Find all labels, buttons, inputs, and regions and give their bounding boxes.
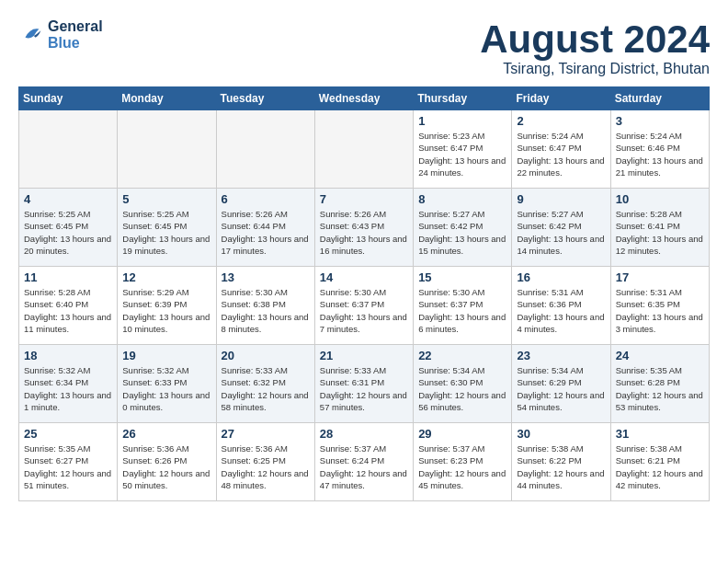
- day-info: Sunrise: 5:28 AMSunset: 6:41 PMDaylight:…: [616, 208, 704, 257]
- calendar-week-5: 25Sunrise: 5:35 AMSunset: 6:27 PMDayligh…: [19, 423, 710, 501]
- logo-text: General Blue: [48, 18, 103, 52]
- day-info: Sunrise: 5:27 AMSunset: 6:42 PMDaylight:…: [418, 208, 506, 257]
- calendar-cell: 11Sunrise: 5:28 AMSunset: 6:40 PMDayligh…: [19, 267, 118, 345]
- day-number: 15: [418, 270, 506, 284]
- calendar-cell: 1Sunrise: 5:23 AMSunset: 6:47 PMDaylight…: [414, 110, 512, 189]
- calendar-cell: 18Sunrise: 5:32 AMSunset: 6:34 PMDayligh…: [19, 345, 118, 423]
- calendar-cell: [19, 110, 118, 189]
- calendar-cell: 4Sunrise: 5:25 AMSunset: 6:45 PMDaylight…: [19, 189, 118, 267]
- day-number: 10: [616, 192, 704, 206]
- day-number: 9: [517, 192, 605, 206]
- day-number: 26: [122, 427, 210, 441]
- day-info: Sunrise: 5:33 AMSunset: 6:31 PMDaylight:…: [320, 364, 408, 413]
- day-info: Sunrise: 5:37 AMSunset: 6:23 PMDaylight:…: [418, 442, 506, 491]
- day-info: Sunrise: 5:31 AMSunset: 6:36 PMDaylight:…: [517, 286, 605, 335]
- day-number: 17: [616, 270, 704, 284]
- day-number: 4: [24, 192, 112, 206]
- day-number: 23: [517, 349, 605, 362]
- day-number: 7: [320, 192, 408, 206]
- calendar-cell: 24Sunrise: 5:35 AMSunset: 6:28 PMDayligh…: [610, 345, 709, 423]
- day-info: Sunrise: 5:25 AMSunset: 6:45 PMDaylight:…: [122, 208, 210, 257]
- calendar-cell: 27Sunrise: 5:36 AMSunset: 6:25 PMDayligh…: [216, 423, 314, 501]
- calendar-cell: 16Sunrise: 5:31 AMSunset: 6:36 PMDayligh…: [512, 267, 610, 345]
- day-info: Sunrise: 5:36 AMSunset: 6:25 PMDaylight:…: [222, 442, 310, 491]
- day-number: 13: [222, 270, 310, 284]
- day-number: 28: [320, 427, 408, 441]
- header-wednesday: Wednesday: [314, 87, 413, 110]
- calendar-week-2: 4Sunrise: 5:25 AMSunset: 6:45 PMDaylight…: [19, 189, 710, 267]
- calendar-cell: 12Sunrise: 5:29 AMSunset: 6:39 PMDayligh…: [118, 267, 216, 345]
- calendar-cell: 15Sunrise: 5:30 AMSunset: 6:37 PMDayligh…: [414, 267, 512, 345]
- calendar-cell: 2Sunrise: 5:24 AMSunset: 6:47 PMDaylight…: [512, 110, 610, 189]
- title-section: August 2024 Tsirang, Tsirang District, B…: [480, 18, 710, 77]
- day-number: 1: [418, 114, 506, 128]
- calendar-subtitle: Tsirang, Tsirang District, Bhutan: [480, 61, 710, 77]
- day-number: 6: [222, 192, 310, 206]
- day-number: 14: [320, 270, 408, 284]
- calendar-cell: 3Sunrise: 5:24 AMSunset: 6:46 PMDaylight…: [610, 110, 709, 189]
- calendar-title: August 2024: [480, 18, 710, 61]
- calendar-cell: 26Sunrise: 5:36 AMSunset: 6:26 PMDayligh…: [118, 423, 216, 501]
- day-info: Sunrise: 5:28 AMSunset: 6:40 PMDaylight:…: [24, 286, 112, 335]
- calendar-cell: 17Sunrise: 5:31 AMSunset: 6:35 PMDayligh…: [610, 267, 709, 345]
- day-info: Sunrise: 5:31 AMSunset: 6:35 PMDaylight:…: [616, 286, 704, 335]
- header: General Blue August 2024 Tsirang, Tsiran…: [18, 18, 710, 77]
- header-saturday: Saturday: [610, 87, 709, 110]
- calendar-cell: 25Sunrise: 5:35 AMSunset: 6:27 PMDayligh…: [19, 423, 118, 501]
- day-info: Sunrise: 5:32 AMSunset: 6:34 PMDaylight:…: [24, 364, 112, 413]
- day-info: Sunrise: 5:32 AMSunset: 6:33 PMDaylight:…: [122, 364, 210, 413]
- calendar-cell: 28Sunrise: 5:37 AMSunset: 6:24 PMDayligh…: [314, 423, 413, 501]
- day-number: 30: [517, 427, 605, 441]
- day-info: Sunrise: 5:24 AMSunset: 6:47 PMDaylight:…: [517, 130, 605, 178]
- calendar-cell: 23Sunrise: 5:34 AMSunset: 6:29 PMDayligh…: [512, 345, 610, 423]
- day-info: Sunrise: 5:33 AMSunset: 6:32 PMDaylight:…: [222, 364, 310, 413]
- calendar-cell: 30Sunrise: 5:38 AMSunset: 6:22 PMDayligh…: [512, 423, 610, 501]
- calendar-cell: 21Sunrise: 5:33 AMSunset: 6:31 PMDayligh…: [314, 345, 413, 423]
- day-number: 29: [418, 427, 506, 441]
- day-info: Sunrise: 5:35 AMSunset: 6:28 PMDaylight:…: [616, 364, 704, 413]
- calendar-cell: [216, 110, 314, 189]
- calendar-header-row: SundayMondayTuesdayWednesdayThursdayFrid…: [19, 87, 710, 110]
- calendar-cell: 9Sunrise: 5:27 AMSunset: 6:42 PMDaylight…: [512, 189, 610, 267]
- day-info: Sunrise: 5:38 AMSunset: 6:21 PMDaylight:…: [616, 442, 704, 491]
- day-info: Sunrise: 5:30 AMSunset: 6:38 PMDaylight:…: [222, 286, 310, 335]
- calendar-cell: 14Sunrise: 5:30 AMSunset: 6:37 PMDayligh…: [314, 267, 413, 345]
- calendar-table: SundayMondayTuesdayWednesdayThursdayFrid…: [18, 86, 710, 501]
- header-sunday: Sunday: [19, 87, 118, 110]
- day-info: Sunrise: 5:37 AMSunset: 6:24 PMDaylight:…: [320, 442, 408, 491]
- calendar-cell: 22Sunrise: 5:34 AMSunset: 6:30 PMDayligh…: [414, 345, 512, 423]
- calendar-cell: 20Sunrise: 5:33 AMSunset: 6:32 PMDayligh…: [216, 345, 314, 423]
- calendar-cell: [314, 110, 413, 189]
- day-info: Sunrise: 5:25 AMSunset: 6:45 PMDaylight:…: [24, 208, 112, 257]
- day-info: Sunrise: 5:36 AMSunset: 6:26 PMDaylight:…: [122, 442, 210, 491]
- day-info: Sunrise: 5:38 AMSunset: 6:22 PMDaylight:…: [517, 442, 605, 491]
- calendar-cell: 7Sunrise: 5:26 AMSunset: 6:43 PMDaylight…: [314, 189, 413, 267]
- calendar-cell: 10Sunrise: 5:28 AMSunset: 6:41 PMDayligh…: [610, 189, 709, 267]
- day-number: 19: [122, 349, 210, 362]
- calendar-cell: [118, 110, 216, 189]
- calendar-week-1: 1Sunrise: 5:23 AMSunset: 6:47 PMDaylight…: [19, 110, 710, 189]
- logo: General Blue: [18, 18, 103, 52]
- day-number: 8: [418, 192, 506, 206]
- day-number: 2: [517, 114, 605, 128]
- day-info: Sunrise: 5:34 AMSunset: 6:30 PMDaylight:…: [418, 364, 506, 413]
- day-number: 11: [24, 270, 112, 284]
- logo-icon: [18, 22, 44, 48]
- day-number: 21: [320, 349, 408, 362]
- calendar-cell: 31Sunrise: 5:38 AMSunset: 6:21 PMDayligh…: [610, 423, 709, 501]
- day-info: Sunrise: 5:27 AMSunset: 6:42 PMDaylight:…: [517, 208, 605, 257]
- day-number: 27: [222, 427, 310, 441]
- calendar-cell: 19Sunrise: 5:32 AMSunset: 6:33 PMDayligh…: [118, 345, 216, 423]
- day-number: 31: [616, 427, 704, 441]
- header-friday: Friday: [512, 87, 610, 110]
- day-info: Sunrise: 5:34 AMSunset: 6:29 PMDaylight:…: [517, 364, 605, 413]
- day-number: 18: [24, 349, 112, 362]
- header-tuesday: Tuesday: [216, 87, 314, 110]
- day-info: Sunrise: 5:24 AMSunset: 6:46 PMDaylight:…: [616, 130, 704, 178]
- day-number: 20: [222, 349, 310, 362]
- day-info: Sunrise: 5:29 AMSunset: 6:39 PMDaylight:…: [122, 286, 210, 335]
- day-info: Sunrise: 5:26 AMSunset: 6:43 PMDaylight:…: [320, 208, 408, 257]
- calendar-cell: 6Sunrise: 5:26 AMSunset: 6:44 PMDaylight…: [216, 189, 314, 267]
- day-info: Sunrise: 5:30 AMSunset: 6:37 PMDaylight:…: [418, 286, 506, 335]
- calendar-week-3: 11Sunrise: 5:28 AMSunset: 6:40 PMDayligh…: [19, 267, 710, 345]
